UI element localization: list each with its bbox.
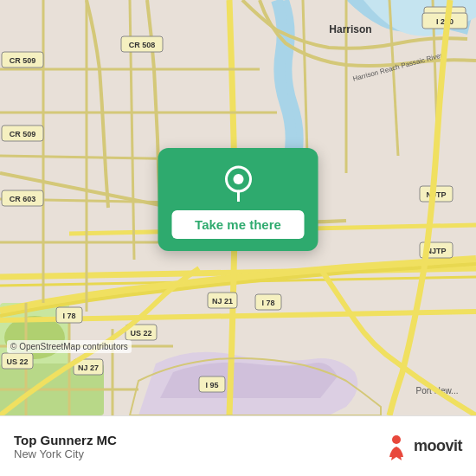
- moovit-logo[interactable]: moovit: [383, 433, 462, 460]
- svg-text:CR 509: CR 509: [10, 130, 36, 138]
- moovit-brand-text: moovit: [414, 437, 462, 455]
- map-container: CR 507 CR 509 CR 508 CR 509 CR 603 NJ 21…: [0, 0, 476, 415]
- svg-point-59: [233, 174, 243, 184]
- svg-text:US 22: US 22: [130, 329, 151, 338]
- take-me-there-button[interactable]: Take me there: [172, 210, 305, 239]
- svg-point-60: [392, 435, 401, 444]
- svg-text:NJTP: NJTP: [426, 190, 446, 199]
- svg-text:CR 603: CR 603: [10, 195, 36, 203]
- svg-text:CR 508: CR 508: [129, 41, 156, 49]
- svg-text:Harrison: Harrison: [329, 23, 371, 35]
- svg-text:NJ 27: NJ 27: [78, 363, 99, 372]
- svg-text:I 78: I 78: [261, 299, 274, 307]
- info-bar: Top Gunnerz MC New York City moovit: [0, 415, 476, 476]
- location-pin-icon: [219, 164, 257, 202]
- svg-text:NJ 21: NJ 21: [212, 297, 233, 306]
- map-copyright: © OpenStreetMap contributors: [7, 340, 132, 353]
- location-info: Top Gunnerz MC New York City: [14, 433, 117, 460]
- svg-text:I 95: I 95: [205, 381, 218, 389]
- svg-text:I 78: I 78: [62, 312, 75, 320]
- location-name: Top Gunnerz MC: [14, 433, 117, 447]
- svg-text:CR 509: CR 509: [10, 56, 36, 65]
- location-city: New York City: [14, 447, 117, 460]
- action-card: Take me there: [158, 148, 318, 251]
- svg-text:US 22: US 22: [6, 357, 28, 366]
